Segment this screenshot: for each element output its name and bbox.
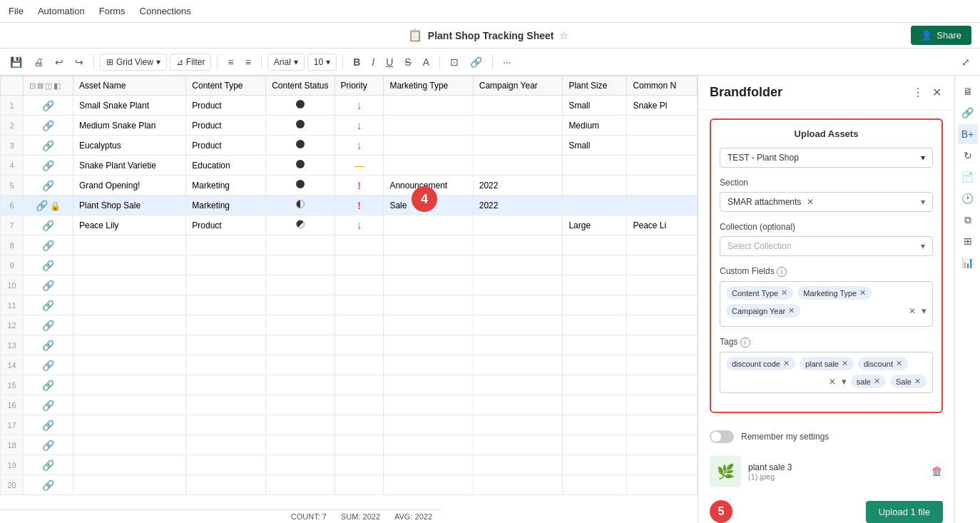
cf-content-type-remove[interactable]: ✕ (781, 288, 787, 298)
cell-common-n[interactable] (627, 375, 698, 395)
cell-plant-size[interactable] (563, 196, 627, 215)
cell-content-type[interactable] (186, 335, 266, 355)
cell-marketing-type[interactable] (384, 215, 473, 235)
table-row[interactable]: 16🔗 (1, 395, 698, 415)
cell-campaign-year[interactable] (473, 435, 563, 455)
cell-content-type[interactable] (186, 395, 266, 415)
link-side-icon[interactable]: 🔗 (958, 103, 978, 123)
table-row[interactable]: 1🔗Small Snake PlantProduct↓SmallSnake Pl (1, 96, 698, 116)
cell-priority[interactable]: — (335, 156, 384, 176)
cell-content-type[interactable] (186, 475, 266, 495)
cell-asset-name[interactable] (73, 235, 186, 255)
tag-discount-remove[interactable]: ✕ (896, 359, 902, 368)
cell-common-n[interactable] (627, 295, 698, 315)
font-select[interactable]: Arial ▾ (267, 54, 305, 71)
section-remove-button[interactable]: ✕ (805, 197, 815, 207)
cell-common-n[interactable] (627, 235, 698, 255)
cell-content-status[interactable] (266, 235, 335, 255)
cell-marketing-type[interactable] (384, 295, 473, 315)
cell-asset-name[interactable]: Snake Plant Varietie (73, 156, 186, 176)
table-row[interactable]: 19🔗 (1, 455, 698, 475)
col-priority[interactable]: Priority (335, 76, 384, 96)
align-left-icon[interactable]: ≡ (223, 54, 238, 71)
cell-campaign-year[interactable] (473, 96, 563, 116)
monitor-icon[interactable]: 🖥 (958, 81, 978, 101)
cell-marketing-type[interactable] (384, 156, 473, 176)
cell-asset-name[interactable] (73, 375, 186, 395)
cell-asset-name[interactable]: Medium Snake Plan (73, 116, 186, 136)
cell-campaign-year[interactable] (473, 255, 563, 275)
table-row[interactable]: 9🔗 (1, 255, 698, 275)
cell-priority[interactable] (335, 295, 384, 315)
cell-content-type[interactable]: Product (186, 215, 266, 235)
section-select[interactable]: SMAR attachments ✕ ▾ (720, 192, 933, 212)
cell-campaign-year[interactable] (473, 375, 563, 395)
cell-common-n[interactable] (627, 435, 698, 455)
cell-campaign-year[interactable] (473, 215, 563, 235)
cell-plant-size[interactable]: Large (563, 215, 627, 235)
table-row[interactable]: 2🔗Medium Snake PlanProduct↓Medium (1, 116, 698, 136)
cell-content-status[interactable] (266, 415, 335, 435)
print-icon[interactable]: 🖨 (29, 54, 48, 71)
merge-icon[interactable]: ⊡ (446, 54, 463, 71)
cell-priority[interactable]: ! (335, 196, 384, 215)
copy-icon[interactable]: ⧉ (958, 210, 978, 230)
cell-content-status[interactable] (266, 435, 335, 455)
cell-campaign-year[interactable] (473, 315, 563, 335)
panel-close-button[interactable]: ✕ (931, 84, 943, 101)
table-row[interactable]: 12🔗 (1, 315, 698, 335)
cell-campaign-year[interactable]: 2022 (473, 196, 563, 215)
cell-marketing-type[interactable] (384, 335, 473, 355)
expand-icon[interactable]: ⤢ (957, 54, 974, 71)
cell-asset-name[interactable] (73, 295, 186, 315)
cell-plant-size[interactable] (563, 275, 627, 295)
underline-icon[interactable]: U (382, 54, 397, 71)
cell-marketing-type[interactable] (384, 395, 473, 415)
table-row[interactable]: 18🔗 (1, 435, 698, 455)
align-right-icon[interactable]: ≡ (241, 54, 255, 71)
cell-content-status[interactable] (266, 136, 335, 156)
cell-content-status[interactable] (266, 355, 335, 375)
table-row[interactable]: 3🔗EucalyptusProduct↓Small (1, 136, 698, 156)
cell-common-n[interactable] (627, 475, 698, 495)
table-row[interactable]: 11🔗 (1, 295, 698, 315)
col-content-type[interactable]: Content Type (186, 76, 266, 96)
tag-sale-lower-remove[interactable]: ✕ (874, 377, 880, 386)
cell-campaign-year[interactable] (473, 335, 563, 355)
cell-campaign-year[interactable] (473, 395, 563, 415)
refresh-icon[interactable]: ↻ (958, 146, 978, 166)
cell-content-status[interactable] (266, 215, 335, 235)
table-row[interactable]: 17🔗 (1, 415, 698, 435)
cell-marketing-type[interactable] (384, 355, 473, 375)
cell-asset-name[interactable]: Plant Shop Sale (73, 196, 186, 215)
cell-content-status[interactable] (266, 315, 335, 335)
cell-content-status[interactable] (266, 335, 335, 355)
filter-button[interactable]: ⊿ Filter (170, 54, 212, 71)
cell-common-n[interactable] (627, 275, 698, 295)
cell-content-type[interactable]: Product (186, 116, 266, 136)
cell-content-status[interactable] (266, 295, 335, 315)
cell-content-type[interactable] (186, 315, 266, 335)
cell-common-n[interactable] (627, 255, 698, 275)
cell-common-n[interactable] (627, 196, 698, 215)
cell-plant-size[interactable] (563, 176, 627, 196)
cell-campaign-year[interactable] (473, 156, 563, 176)
cell-marketing-type[interactable] (384, 96, 473, 116)
cell-content-type[interactable]: Marketing (186, 196, 266, 215)
cell-campaign-year[interactable] (473, 475, 563, 495)
org-select[interactable]: TEST - Plant Shop ▾ (720, 148, 933, 168)
cell-plant-size[interactable]: Medium (563, 116, 627, 136)
cell-priority[interactable] (335, 395, 384, 415)
cell-asset-name[interactable] (73, 335, 186, 355)
cell-priority[interactable] (335, 275, 384, 295)
cell-content-status[interactable] (266, 475, 335, 495)
cell-plant-size[interactable] (563, 315, 627, 335)
cell-campaign-year[interactable] (473, 355, 563, 375)
link-icon-tb[interactable]: 🔗 (466, 54, 486, 71)
cell-content-type[interactable] (186, 235, 266, 255)
cell-plant-size[interactable] (563, 255, 627, 275)
cell-asset-name[interactable]: Grand Opening! (73, 176, 186, 196)
clock-icon[interactable]: 🕐 (958, 188, 978, 208)
cell-priority[interactable]: ↓ (335, 96, 384, 116)
cell-content-status[interactable] (266, 116, 335, 136)
